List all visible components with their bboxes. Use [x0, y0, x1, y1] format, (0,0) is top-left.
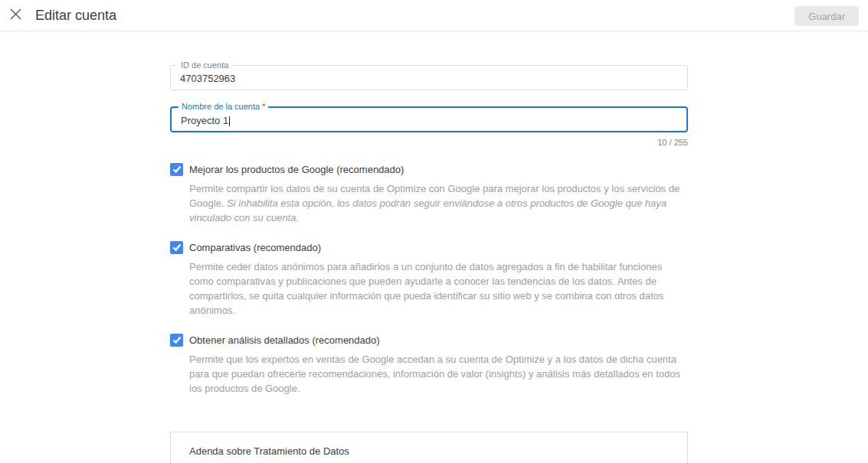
- account-id-label: ID de cuenta: [178, 61, 231, 70]
- close-icon: [10, 8, 21, 23]
- account-id-value: 4703752963: [180, 73, 235, 84]
- checkbox-description: Permite ceder datos anónimos para añadir…: [189, 259, 687, 318]
- checkbox-label[interactable]: Comparativas (recomendado): [189, 242, 321, 253]
- check-icon: [172, 163, 182, 177]
- checkbox-deep-analysis[interactable]: [170, 334, 183, 347]
- checkbox-group-benchmarking: Comparativas (recomendado) Permite ceder…: [170, 241, 688, 318]
- edit-account-form: ID de cuenta 4703752963 Nombre de la cue…: [170, 31, 688, 463]
- checkbox-label[interactable]: Mejorar los productos de Google (recomen…: [189, 164, 404, 175]
- save-button[interactable]: Guardar: [794, 6, 859, 26]
- checkbox-improve-products[interactable]: [170, 163, 183, 176]
- account-name-field[interactable]: Nombre de la cuenta * Proyecto 1: [170, 106, 688, 132]
- account-name-label: Nombre de la cuenta *: [179, 103, 268, 111]
- checkbox-label[interactable]: Obtener análisis detallados (recomendado…: [189, 334, 380, 346]
- checkbox-description: Permite que los expertos en ventas de Go…: [189, 352, 687, 396]
- data-processing-amendment-panel: Adenda sobre Tratamiento de Datos Si tie…: [170, 432, 688, 463]
- text-cursor: [229, 116, 230, 126]
- check-icon: [172, 241, 182, 255]
- required-asterisk: *: [262, 102, 265, 111]
- amendment-title: Adenda sobre Tratamiento de Datos: [189, 445, 669, 457]
- char-counter: 10 / 255: [170, 138, 688, 147]
- checkbox-description: Permite compartir los datos de su cuenta…: [189, 181, 687, 225]
- page-title: Editar cuenta: [35, 8, 116, 24]
- checkbox-group-deep-analysis: Obtener análisis detallados (recomendado…: [170, 334, 688, 396]
- account-name-value: Proyecto 1: [181, 115, 230, 126]
- checkbox-group-improve-products: Mejorar los productos de Google (recomen…: [170, 163, 688, 225]
- close-button[interactable]: [0, 0, 31, 31]
- topbar: Editar cuenta Guardar: [0, 0, 868, 31]
- checkbox-benchmarking[interactable]: [170, 241, 183, 254]
- account-id-field[interactable]: ID de cuenta 4703752963: [170, 65, 688, 90]
- check-icon: [172, 334, 182, 347]
